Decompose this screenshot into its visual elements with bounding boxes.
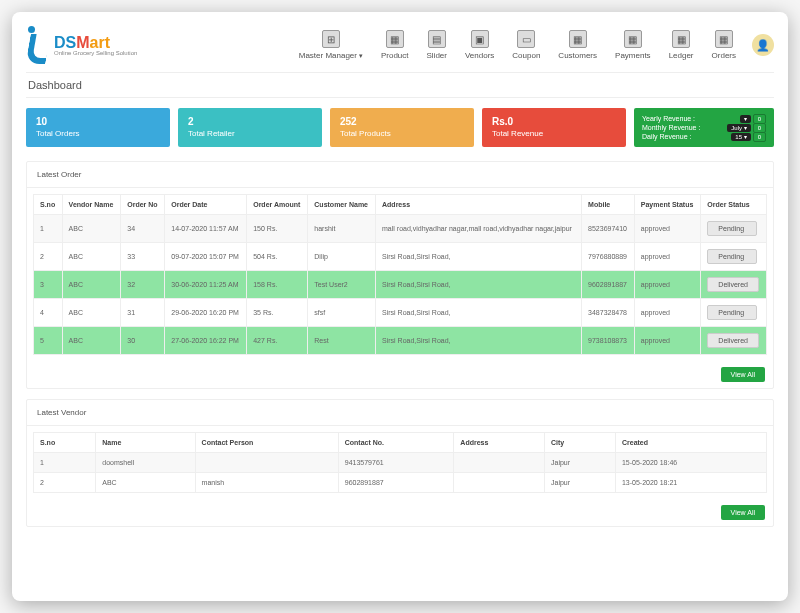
cell-pstatus: approved <box>634 327 701 355</box>
cell-contact_no: 9413579761 <box>338 453 454 473</box>
table-row[interactable]: 3ABC3230-06-2020 11:25 AM158 Rs.Test Use… <box>34 271 767 299</box>
cell-address <box>454 473 545 493</box>
cell-address: Sirsi Road,Sirsi Road, <box>376 327 582 355</box>
nav-payments[interactable]: ▦ Payments <box>615 30 651 60</box>
col-sno: S.no <box>34 433 96 453</box>
grid-icon: ⊞ <box>322 30 340 48</box>
nav-slider[interactable]: ▤ Slider <box>427 30 447 60</box>
cell-orderno: 34 <box>121 215 165 243</box>
revenue-breakdown: Yearly Revenue : ▾ 0 Monthly Revenue : J… <box>634 108 774 147</box>
cell-created: 15-05-2020 18:46 <box>615 453 766 473</box>
cell-mobile: 9738108873 <box>582 327 635 355</box>
panel-title: Latest Vendor <box>27 400 773 426</box>
order-status-button[interactable]: Delivered <box>707 333 759 348</box>
order-status-button[interactable]: Pending <box>707 305 757 320</box>
cell-name: doomshell <box>96 453 195 473</box>
order-status-button[interactable]: Delivered <box>707 277 759 292</box>
table-row[interactable]: 1doomshell9413579761Jaipur15-05-2020 18:… <box>34 453 767 473</box>
cell-date: 27-06-2020 16:22 PM <box>165 327 247 355</box>
col-ostatus: Order Status <box>701 195 767 215</box>
cell-amount: 158 Rs. <box>247 271 308 299</box>
nav-vendors[interactable]: ▣ Vendors <box>465 30 494 60</box>
cell-ostatus: Pending <box>701 215 767 243</box>
table-row[interactable]: 2ABC3309-07-2020 15:07 PM504 Rs.DilipSir… <box>34 243 767 271</box>
cell-vendor: ABC <box>62 299 121 327</box>
table-row[interactable]: 2ABCmanish9602891887Jaipur13-05-2020 18:… <box>34 473 767 493</box>
cell-vendor: ABC <box>62 215 121 243</box>
logo-text: DSMart <box>54 34 110 51</box>
col-name: Name <box>96 433 195 453</box>
cell-vendor: ABC <box>62 271 121 299</box>
cell-sno: 2 <box>34 243 63 271</box>
cell-customer: harshit <box>308 215 376 243</box>
cell-sno: 4 <box>34 299 63 327</box>
cell-vendor: ABC <box>62 327 121 355</box>
stat-orders[interactable]: 10 Total Orders <box>26 108 170 147</box>
view-all-orders-button[interactable]: View All <box>721 367 765 382</box>
cell-pstatus: approved <box>634 243 701 271</box>
view-all-vendors-button[interactable]: View All <box>721 505 765 520</box>
cell-name: ABC <box>96 473 195 493</box>
table-row[interactable]: 5ABC3027-06-2020 16:22 PM427 Rs.RestSirs… <box>34 327 767 355</box>
cell-sno: 1 <box>34 453 96 473</box>
cell-address: Sirsi Road,Sirsi Road, <box>376 271 582 299</box>
nav-customers[interactable]: ▦ Customers <box>558 30 597 60</box>
col-address: Address <box>376 195 582 215</box>
stat-products[interactable]: 252 Total Products <box>330 108 474 147</box>
nav-ledger[interactable]: ▦ Ledger <box>669 30 694 60</box>
month-select[interactable]: July ▾ <box>727 124 750 132</box>
daily-revenue-label: Daily Revenue : <box>642 133 691 140</box>
page-title: Dashboard <box>26 72 774 98</box>
logo[interactable]: DSMart Online Grocery Selling Solution <box>26 26 137 64</box>
nav-product[interactable]: ▦ Product <box>381 30 409 60</box>
cell-pstatus: approved <box>634 299 701 327</box>
cell-orderno: 31 <box>121 299 165 327</box>
slider-icon: ▤ <box>428 30 446 48</box>
table-row[interactable]: 1ABC3414-07-2020 11:57 AM150 Rs.harshitm… <box>34 215 767 243</box>
cell-customer: Test User2 <box>308 271 376 299</box>
cell-amount: 427 Rs. <box>247 327 308 355</box>
col-address: Address <box>454 433 545 453</box>
customers-icon: ▦ <box>569 30 587 48</box>
cell-pstatus: approved <box>634 215 701 243</box>
nav-master-manager[interactable]: ⊞ Master Manager <box>299 30 363 60</box>
nav-coupon[interactable]: ▭ Coupon <box>512 30 540 60</box>
user-avatar[interactable]: 👤 <box>752 34 774 56</box>
cell-city: Jaipur <box>545 453 616 473</box>
cell-mobile: 8523697410 <box>582 215 635 243</box>
monthly-revenue-label: Monthly Revenue : <box>642 124 700 131</box>
cell-vendor: ABC <box>62 243 121 271</box>
col-customer: Customer Name <box>308 195 376 215</box>
cell-customer: Rest <box>308 327 376 355</box>
logo-icon <box>26 26 50 64</box>
stat-revenue[interactable]: Rs.0 Total Revenue <box>482 108 626 147</box>
cell-amount: 35 Rs. <box>247 299 308 327</box>
latest-vendor-panel: Latest Vendor S.no Name Contact Person C… <box>26 399 774 527</box>
cell-customer: Dilip <box>308 243 376 271</box>
cell-orderno: 33 <box>121 243 165 271</box>
nav-orders[interactable]: ▦ Orders <box>712 30 736 60</box>
cell-date: 14-07-2020 11:57 AM <box>165 215 247 243</box>
orders-icon: ▦ <box>715 30 733 48</box>
order-status-button[interactable]: Pending <box>707 221 757 236</box>
order-status-button[interactable]: Pending <box>707 249 757 264</box>
cell-address <box>454 453 545 473</box>
cell-address: Sirsi Road,Sirsi Road, <box>376 243 582 271</box>
latest-order-panel: Latest Order S.no Vendor Name Order No O… <box>26 161 774 389</box>
yearly-revenue-label: Yearly Revenue : <box>642 115 695 122</box>
orders-table: S.no Vendor Name Order No Order Date Ord… <box>33 194 767 355</box>
col-mobile: Mobile <box>582 195 635 215</box>
day-select[interactable]: 15 ▾ <box>731 133 750 141</box>
vendors-icon: ▣ <box>471 30 489 48</box>
yearly-select[interactable]: ▾ <box>740 115 751 123</box>
stats-row: 10 Total Orders 2 Total Retailer 252 Tot… <box>26 108 774 147</box>
payments-icon: ▦ <box>624 30 642 48</box>
main-nav: ⊞ Master Manager ▦ Product ▤ Slider ▣ Ve… <box>299 30 736 60</box>
header-bar: DSMart Online Grocery Selling Solution ⊞… <box>26 26 774 64</box>
cell-sno: 3 <box>34 271 63 299</box>
stat-retailer[interactable]: 2 Total Retailer <box>178 108 322 147</box>
cell-sno: 5 <box>34 327 63 355</box>
col-pstatus: Payment Status <box>634 195 701 215</box>
cell-contact_person: manish <box>195 473 338 493</box>
table-row[interactable]: 4ABC3129-06-2020 16:20 PM35 Rs.sfsfSirsi… <box>34 299 767 327</box>
